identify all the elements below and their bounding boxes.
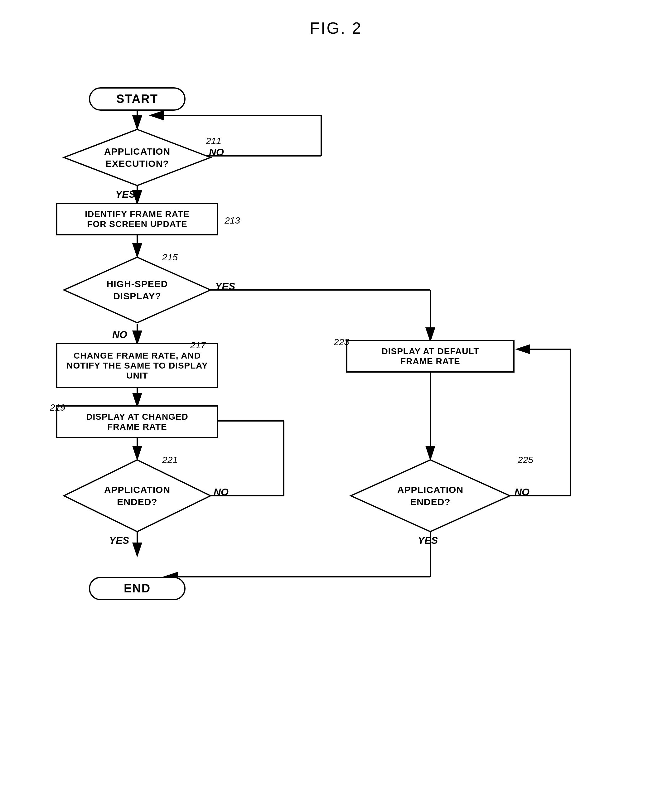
label-no-211: NO bbox=[209, 146, 224, 158]
step-num-223: 223 bbox=[334, 337, 349, 347]
step-num-213: 213 bbox=[225, 215, 240, 226]
label-no-225: NO bbox=[514, 486, 529, 498]
label-yes-225: YES bbox=[418, 535, 438, 546]
decision-215: HIGH-SPEEDDISPLAY? bbox=[63, 256, 212, 324]
label-no-221: NO bbox=[214, 486, 228, 498]
label-yes-211: YES bbox=[116, 189, 135, 200]
page-title: FIG. 2 bbox=[310, 19, 362, 37]
decision-221: APPLICATIONENDED? bbox=[63, 458, 212, 533]
process-219: DISPLAY AT CHANGEDFRAME RATE bbox=[56, 405, 218, 438]
decision-225: APPLICATIONENDED? bbox=[349, 458, 511, 533]
label-yes-221: YES bbox=[109, 535, 129, 546]
end-terminal: END bbox=[89, 577, 185, 600]
step-num-221: 221 bbox=[162, 455, 178, 465]
process-213: IDENTIFY FRAME RATEFOR SCREEN UPDATE bbox=[56, 203, 218, 235]
process-223: DISPLAY AT DEFAULTFRAME RATE bbox=[346, 340, 514, 373]
step-num-217: 217 bbox=[190, 340, 206, 351]
step-num-215: 215 bbox=[162, 252, 178, 262]
label-yes-215: YES bbox=[215, 281, 235, 292]
decision-211: APPLICATIONEXECUTION? bbox=[63, 128, 212, 187]
step-num-225: 225 bbox=[518, 455, 533, 465]
step-num-219: 219 bbox=[50, 402, 66, 413]
step-num-211: 211 bbox=[206, 136, 222, 146]
label-no-215: NO bbox=[112, 329, 127, 341]
start-terminal: START bbox=[89, 87, 185, 111]
